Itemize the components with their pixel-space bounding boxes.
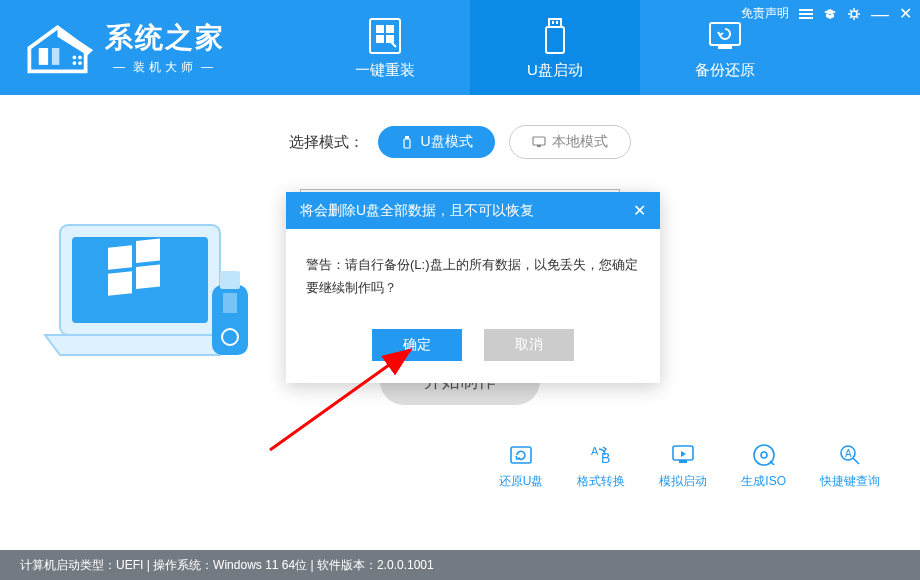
usb-mode-button[interactable]: U盘模式 bbox=[378, 126, 494, 158]
tab-backup-label: 备份还原 bbox=[695, 61, 755, 80]
svg-rect-0 bbox=[39, 48, 48, 65]
svg-point-4 bbox=[73, 61, 77, 65]
local-mode-label: 本地模式 bbox=[552, 133, 608, 151]
svg-rect-29 bbox=[108, 271, 132, 296]
status-bar: 计算机启动类型：UEFI | 操作系统：Windows 11 64位 | 软件版… bbox=[0, 550, 920, 580]
house-logo-icon bbox=[20, 18, 95, 78]
dialog-title: 将会删除U盘全部数据，且不可以恢复 bbox=[300, 202, 534, 220]
svg-rect-39 bbox=[679, 460, 687, 463]
tool-simulate-boot[interactable]: 模拟启动 bbox=[659, 441, 707, 490]
svg-rect-22 bbox=[404, 139, 410, 148]
svg-text:A: A bbox=[591, 445, 599, 457]
tool-restore-label: 还原U盘 bbox=[499, 473, 544, 490]
app-header: 系统之家 装机大师 一键重装 U盘启动 备份还原 免责声明 — ✕ bbox=[0, 0, 920, 95]
svg-rect-14 bbox=[556, 21, 558, 24]
disclaimer-link[interactable]: 免责声明 bbox=[741, 5, 789, 22]
svg-rect-13 bbox=[552, 21, 554, 24]
dialog-body: 警告：请自行备份(L:)盘上的所有数据，以免丢失，您确定要继续制作吗？ bbox=[286, 229, 660, 329]
tool-shortcuts[interactable]: A 快捷键查询 bbox=[820, 441, 880, 490]
svg-rect-24 bbox=[537, 145, 541, 147]
close-button[interactable]: ✕ bbox=[899, 4, 912, 23]
svg-rect-18 bbox=[799, 13, 813, 15]
mode-label: 选择模式： bbox=[289, 133, 364, 152]
logo-area: 系统之家 装机大师 bbox=[20, 18, 300, 78]
usb-drive-icon bbox=[534, 15, 576, 57]
svg-rect-23 bbox=[533, 137, 545, 145]
tool-restore-usb[interactable]: 还原U盘 bbox=[499, 441, 544, 490]
titlebar-controls: 免责声明 — ✕ bbox=[741, 4, 912, 23]
svg-rect-19 bbox=[799, 17, 813, 19]
usb-mode-label: U盘模式 bbox=[420, 133, 472, 151]
svg-rect-28 bbox=[136, 238, 160, 263]
svg-rect-9 bbox=[376, 35, 384, 43]
svg-rect-16 bbox=[718, 45, 732, 49]
nav-tabs: 一键重装 U盘启动 备份还原 bbox=[300, 0, 810, 95]
tab-usb-label: U盘启动 bbox=[527, 61, 583, 80]
backup-restore-icon bbox=[704, 15, 746, 57]
tool-bar: 还原U盘 AB 格式转换 模拟启动 生成ISO A 快捷键查询 bbox=[499, 441, 880, 490]
dialog-cancel-button[interactable]: 取消 bbox=[484, 329, 574, 361]
dialog-actions: 确定 取消 bbox=[286, 329, 660, 383]
tab-usb-boot[interactable]: U盘启动 bbox=[470, 0, 640, 95]
dialog-header: 将会删除U盘全部数据，且不可以恢复 ✕ bbox=[286, 192, 660, 229]
graduation-icon[interactable] bbox=[823, 7, 837, 21]
tab-reinstall[interactable]: 一键重装 bbox=[300, 0, 470, 95]
svg-rect-32 bbox=[220, 271, 240, 289]
status-text: 计算机启动类型：UEFI | 操作系统：Windows 11 64位 | 软件版… bbox=[20, 557, 434, 574]
windows-reinstall-icon bbox=[364, 15, 406, 57]
svg-rect-30 bbox=[136, 264, 160, 289]
svg-point-3 bbox=[78, 55, 82, 59]
restore-usb-icon bbox=[507, 441, 535, 469]
svg-point-41 bbox=[761, 452, 767, 458]
svg-rect-6 bbox=[370, 19, 400, 53]
minimize-button[interactable]: — bbox=[871, 10, 889, 18]
logo-title: 系统之家 bbox=[105, 19, 225, 57]
iso-disc-icon bbox=[750, 441, 778, 469]
tool-generate-iso[interactable]: 生成ISO bbox=[741, 441, 786, 490]
format-convert-icon: AB bbox=[587, 441, 615, 469]
svg-rect-15 bbox=[710, 23, 740, 45]
menu-icon[interactable] bbox=[799, 7, 813, 21]
svg-rect-17 bbox=[799, 9, 813, 11]
tool-shortcuts-label: 快捷键查询 bbox=[820, 473, 880, 490]
laptop-usb-illustration bbox=[40, 215, 270, 395]
svg-rect-1 bbox=[52, 48, 60, 65]
usb-small-icon bbox=[400, 135, 414, 149]
svg-rect-11 bbox=[549, 19, 561, 27]
svg-rect-27 bbox=[108, 245, 132, 270]
tool-format-convert[interactable]: AB 格式转换 bbox=[577, 441, 625, 490]
logo-subtitle: 装机大师 bbox=[105, 59, 225, 76]
tab-reinstall-label: 一键重装 bbox=[355, 61, 415, 80]
mode-selector-row: 选择模式： U盘模式 本地模式 bbox=[40, 125, 880, 159]
svg-rect-35 bbox=[511, 447, 531, 463]
svg-point-20 bbox=[851, 11, 857, 17]
tool-simulate-label: 模拟启动 bbox=[659, 473, 707, 490]
svg-point-2 bbox=[73, 55, 77, 59]
svg-rect-34 bbox=[223, 293, 237, 313]
svg-text:B: B bbox=[601, 450, 610, 466]
svg-rect-12 bbox=[546, 27, 564, 53]
shortcuts-icon: A bbox=[836, 441, 864, 469]
svg-point-5 bbox=[78, 61, 82, 65]
svg-rect-8 bbox=[386, 25, 394, 33]
monitor-small-icon bbox=[532, 135, 546, 149]
confirm-dialog: 将会删除U盘全部数据，且不可以恢复 ✕ 警告：请自行备份(L:)盘上的所有数据，… bbox=[286, 192, 660, 383]
dialog-ok-button[interactable]: 确定 bbox=[372, 329, 462, 361]
dialog-close-button[interactable]: ✕ bbox=[633, 201, 646, 220]
tool-convert-label: 格式转换 bbox=[577, 473, 625, 490]
simulate-boot-icon bbox=[669, 441, 697, 469]
tool-iso-label: 生成ISO bbox=[741, 473, 786, 490]
svg-text:A: A bbox=[845, 448, 852, 459]
svg-rect-7 bbox=[376, 25, 384, 33]
gear-icon[interactable] bbox=[847, 7, 861, 21]
local-mode-button[interactable]: 本地模式 bbox=[509, 125, 631, 159]
